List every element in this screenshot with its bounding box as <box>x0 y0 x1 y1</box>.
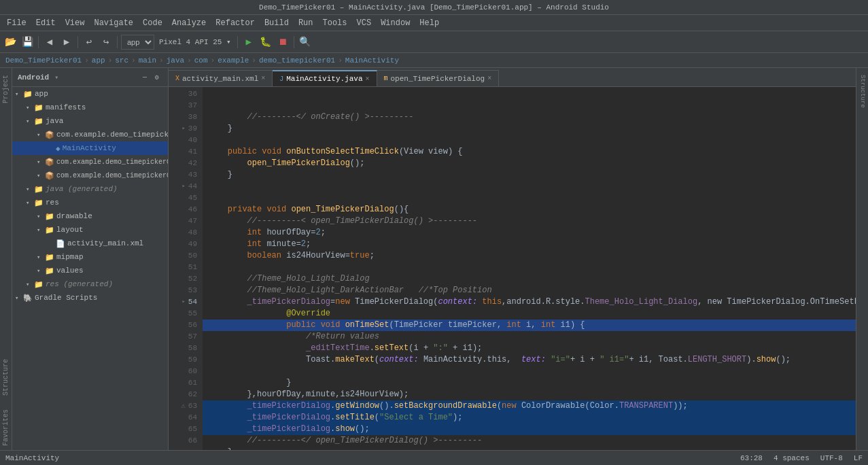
vtab-project[interactable]: Project <box>1 71 11 107</box>
menu-view[interactable]: View <box>61 17 89 29</box>
sidebar-item-layout[interactable]: ▾ 📁 layout <box>12 223 168 237</box>
tree-arrow: ▾ <box>15 294 23 302</box>
vtab-structure[interactable]: Structure <box>1 355 11 400</box>
menu-run[interactable]: Run <box>294 17 317 29</box>
class-icon: ◆ <box>56 144 60 153</box>
status-line-ending[interactable]: LF <box>854 454 863 462</box>
sidebar-item-package[interactable]: ▾ 📦 com.example.demo_timepicker01 <box>12 128 168 141</box>
run-config-dropdown[interactable]: app <box>121 35 154 50</box>
toolbar-back-btn[interactable]: ◀ <box>42 35 57 50</box>
nav-java[interactable]: java <box>167 56 184 65</box>
toolbar-redo-btn[interactable]: ↪ <box>99 35 114 50</box>
menu-tools[interactable]: Tools <box>319 17 351 29</box>
sidebar-item-java-generated[interactable]: ▾ 📁 java (generated) <box>12 182 168 196</box>
sidebar-dropdown-icon[interactable]: ▾ <box>54 73 58 82</box>
tree-arrow: ▾ <box>26 118 34 125</box>
code-line: //---------</ open_TimePickerDialog() >-… <box>203 435 856 447</box>
nav-app[interactable]: app <box>92 56 105 65</box>
gutter-line: 37 <box>169 100 197 111</box>
right-panel-structure[interactable]: Structure <box>857 71 868 111</box>
sidebar-item-package-android[interactable]: ▾ 📦 com.example.demo_timepicker01 (andro… <box>12 155 168 169</box>
toolbar-search-btn[interactable]: 🔍 <box>298 35 313 50</box>
menu-vcs[interactable]: VCS <box>353 17 376 29</box>
sidebar-item-manifests[interactable]: ▾ 📁 manifests <box>12 101 168 114</box>
gutter-line: 62 <box>169 389 197 400</box>
menu-file[interactable]: File <box>3 17 31 29</box>
sidebar-item-drawable[interactable]: ▾ 📁 drawable <box>12 209 168 223</box>
sidebar-minimize-btn[interactable]: — <box>139 72 150 83</box>
menu-build[interactable]: Build <box>260 17 293 29</box>
tree-arrow: ▾ <box>15 90 23 98</box>
fold-icon[interactable]: ▸ <box>181 123 185 135</box>
nav-package[interactable]: demo_timepicker01 <box>259 56 335 65</box>
menu-analyze[interactable]: Analyze <box>168 17 210 29</box>
menu-help[interactable]: Help <box>415 17 443 29</box>
tree-arrow: ▾ <box>37 213 45 220</box>
toolbar-run-btn[interactable]: ▶ <box>241 35 256 50</box>
gutter-line: 57 <box>169 331 197 343</box>
tab-label: MainActivity.java <box>286 75 362 83</box>
tab-activity-xml[interactable]: X activity_main.xml × <box>169 70 273 86</box>
tree-arrow: ▾ <box>37 172 45 179</box>
toolbar-debug-btn[interactable]: 🐛 <box>258 35 273 50</box>
tab-mainactivity-java[interactable]: J MainActivity.java × <box>273 70 377 86</box>
gutter-line: ▸54 <box>169 296 197 308</box>
sidebar-item-app[interactable]: ▾ 📁 app <box>12 87 168 101</box>
sidebar-item-gradle[interactable]: ▾ 🐘 Gradle Scripts <box>12 291 168 305</box>
menu-navigate[interactable]: Navigate <box>90 17 137 29</box>
sidebar-settings-btn[interactable]: ⚙ <box>152 72 162 83</box>
toolbar-undo-btn[interactable]: ↩ <box>82 35 97 50</box>
sidebar-item-java[interactable]: ▾ 📁 java <box>12 114 168 128</box>
gutter-line: 56 <box>169 320 197 331</box>
toolbar-open-btn[interactable]: 📂 <box>3 35 18 50</box>
gutter-line: 50 <box>169 250 197 262</box>
status-position[interactable]: 63:28 <box>740 454 763 462</box>
toolbar-sep-1 <box>38 36 39 48</box>
code-line: _timePickerDialog.setTitle("Select a Tim… <box>203 412 856 424</box>
toolbar: 📂 💾 ◀ ▶ ↩ ↪ app Pixel 4 API 25 ▾ ▶ 🐛 ⏹ 🔍 <box>0 31 868 53</box>
code-line: private void open_TimePickerDialog(){ <box>203 204 856 216</box>
code-line: //Theme_Holo_Light_DarkActionBar //*Top … <box>203 285 856 296</box>
fold-icon[interactable]: ▸ <box>181 296 185 308</box>
tab-close-method-btn[interactable]: × <box>487 75 491 82</box>
tree-arrow: ▾ <box>37 131 45 139</box>
toolbar-stop-btn[interactable]: ⏹ <box>275 35 290 50</box>
vtab-favorites[interactable]: Favorites <box>1 405 11 450</box>
sidebar-item-values[interactable]: ▾ 📁 values <box>12 264 168 277</box>
status-encoding[interactable]: UTF-8 <box>820 454 843 462</box>
folder-icon: 📁 <box>23 90 33 99</box>
nav-class[interactable]: MainActivity <box>345 56 399 65</box>
tab-close-btn[interactable]: × <box>261 75 265 82</box>
sidebar-item-mainactivity[interactable]: ◆ MainActivity <box>12 141 168 155</box>
nav-example[interactable]: example <box>218 56 249 65</box>
sidebar-item-res-generated[interactable]: ▾ 📁 res (generated) <box>12 277 168 291</box>
sidebar-item-activity-xml[interactable]: 📄 activity_main.xml <box>12 237 168 250</box>
tree-arrow: ▾ <box>26 104 34 111</box>
nav-com[interactable]: com <box>194 56 208 65</box>
nav-project[interactable]: Demo_TimePicker01 <box>5 56 82 65</box>
status-indent[interactable]: 4 spaces <box>774 454 810 462</box>
toolbar-forward-btn[interactable]: ▶ <box>59 35 74 50</box>
menu-edit[interactable]: Edit <box>32 17 60 29</box>
menu-window[interactable]: Window <box>377 17 414 29</box>
tab-close-active-btn[interactable]: × <box>365 75 369 83</box>
fold-icon[interactable]: ▸ <box>181 181 185 192</box>
tab-open-timepicker[interactable]: m open_TimePickerDialog × <box>377 70 500 86</box>
nav-bar: Demo_TimePicker01 › app › src › main › j… <box>0 53 868 68</box>
code-content[interactable]: //--------</ onCreate() >--------- } pub… <box>203 87 856 450</box>
menu-refactor[interactable]: Refactor <box>211 17 259 29</box>
tree-arrow: ▾ <box>26 281 34 288</box>
tree-arrow: ▾ <box>37 267 45 275</box>
sidebar-item-package-test[interactable]: ▾ 📦 com.example.demo_timepicker01 (test) <box>12 169 168 182</box>
nav-src[interactable]: src <box>115 56 128 65</box>
menu-code[interactable]: Code <box>139 17 167 29</box>
method-tab-icon: m <box>384 75 388 82</box>
nav-main[interactable]: main <box>139 56 156 65</box>
sidebar-item-mipmap[interactable]: ▾ 📁 mipmap <box>12 250 168 264</box>
sidebar-item-res[interactable]: ▾ 📁 res <box>12 196 168 209</box>
toolbar-device-btn[interactable]: Pixel 4 API 25 ▾ <box>156 35 234 50</box>
tree-label: manifests <box>46 103 86 111</box>
toolbar-save-btn[interactable]: 💾 <box>20 35 35 50</box>
xml-file-icon: 📄 <box>56 239 65 248</box>
gutter-line: 45 <box>169 192 197 204</box>
